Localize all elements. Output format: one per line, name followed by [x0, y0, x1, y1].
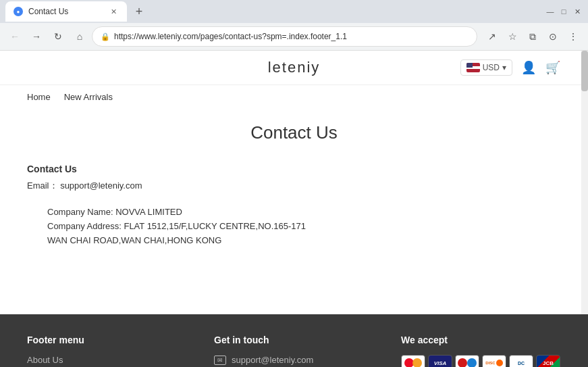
address-input[interactable]: 🔒 https://www.leteniy.com/pages/contact-… — [92, 26, 477, 47]
page-content: leteniy USD ▾ 👤 🛒 Home New Arrivals Cont… — [0, 51, 588, 314]
discover-label: DISC — [485, 361, 495, 365]
footer-link-about[interactable]: About Us — [27, 355, 187, 365]
nav-new-arrivals[interactable]: New Arrivals — [64, 92, 113, 102]
email-prefix: Email： — [27, 180, 58, 191]
company-box: Company Name: NOVVA LIMITED Company Addr… — [47, 205, 561, 247]
site-logo: leteniy — [162, 59, 426, 76]
window-minimize-button[interactable]: — — [545, 6, 556, 17]
email-line: Email： support@leteniy.com — [27, 180, 561, 192]
company-address2: WAN CHAI ROAD,WAN CHAI,HONG KONG — [47, 234, 561, 248]
home-button[interactable]: ⌂ — [70, 27, 89, 46]
footer-touch-col: Get in touch ✉ support@leteniy.com — [214, 335, 374, 367]
currency-label: USD — [483, 63, 500, 72]
nav-home[interactable]: Home — [27, 92, 51, 102]
site-header: leteniy USD ▾ 👤 🛒 — [0, 51, 588, 85]
tab-favicon: ● — [14, 7, 23, 16]
currency-selector[interactable]: USD ▾ — [460, 59, 512, 76]
toolbar-icons: ↗ ☆ ⧉ ⊙ ⋮ — [483, 27, 583, 46]
window-maximize-button[interactable]: □ — [558, 6, 569, 17]
email-icon: ✉ — [214, 356, 226, 365]
window-close-button[interactable]: ✕ — [572, 6, 583, 17]
footer-menu-col: Footer menu About Us Contact Us Shipping… — [27, 335, 187, 367]
bookmark-icon[interactable]: ☆ — [503, 27, 522, 46]
header-right: USD ▾ 👤 🛒 — [426, 59, 561, 76]
site-footer: Footer menu About Us Contact Us Shipping… — [0, 314, 588, 367]
active-tab[interactable]: ● Contact Us ✕ — [5, 1, 127, 22]
cart-icon[interactable]: 🛒 — [545, 59, 561, 76]
lock-icon: 🔒 — [101, 32, 110, 41]
tab-title: Contact Us — [28, 7, 68, 16]
contact-us-label: Contact Us — [27, 164, 561, 174]
account-icon[interactable]: 👤 — [520, 59, 537, 76]
visa-label: VISA — [434, 360, 447, 366]
main-content: Contact Us Contact Us Email： support@let… — [0, 109, 588, 274]
footer-touch-heading: Get in touch — [214, 335, 374, 345]
card-mastercard — [401, 355, 425, 367]
card-maestro — [455, 355, 479, 367]
forward-button[interactable]: → — [27, 27, 46, 46]
footer-accept-col: We accept VISA DISC DC — [401, 335, 561, 367]
tab-bar: ● Contact Us ✕ + — □ ✕ — [0, 0, 588, 23]
profile-icon[interactable]: ⊙ — [543, 27, 562, 46]
site-nav: Home New Arrivals — [0, 85, 588, 109]
company-name: Company Name: NOVVA LIMITED — [47, 205, 561, 220]
address-bar: ← → ↻ ⌂ 🔒 https://www.leteniy.com/pages/… — [0, 23, 588, 50]
tab-close-button[interactable]: ✕ — [108, 6, 119, 17]
share-icon[interactable]: ↗ — [483, 27, 502, 46]
footer-accept-heading: We accept — [401, 335, 561, 345]
scroll-track[interactable] — [581, 51, 588, 314]
url-display: https://www.leteniy.com/pages/contact-us… — [114, 32, 347, 41]
scroll-thumb[interactable] — [581, 51, 588, 91]
email-address[interactable]: support@leteniy.com — [60, 180, 142, 191]
touch-email-line: ✉ support@leteniy.com — [214, 355, 374, 365]
footer-menu-heading: Footer menu — [27, 335, 187, 345]
back-button[interactable]: ← — [5, 27, 24, 46]
jcb-label: JCB — [543, 360, 554, 366]
flag-icon — [466, 63, 480, 72]
browser-chrome: ● Contact Us ✕ + — □ ✕ ← → ↻ ⌂ 🔒 https:/… — [0, 0, 588, 51]
currency-chevron: ▾ — [502, 63, 506, 72]
reload-button[interactable]: ↻ — [49, 27, 68, 46]
new-tab-button[interactable]: + — [130, 2, 149, 21]
extensions-icon[interactable]: ⧉ — [523, 27, 542, 46]
payment-cards: VISA DISC DC JCB — [401, 355, 561, 367]
company-address1: Company Address: FLAT 1512,15/F,LUCKY CE… — [47, 220, 561, 234]
card-discover: DISC — [482, 355, 506, 367]
card-jcb: JCB — [536, 355, 560, 367]
menu-icon[interactable]: ⋮ — [564, 27, 583, 46]
touch-email-address[interactable]: support@leteniy.com — [232, 355, 313, 365]
card-diners: DC — [509, 355, 533, 367]
diners-label: DC — [518, 361, 525, 366]
card-visa: VISA — [428, 355, 452, 367]
page-title: Contact Us — [27, 122, 561, 143]
